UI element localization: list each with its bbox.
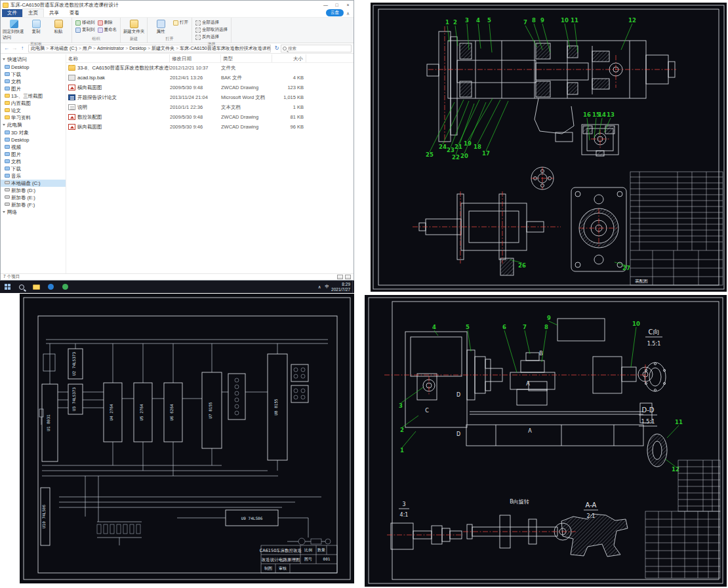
sidebar-item-volume-e[interactable]: 新加卷 (E:) (1, 194, 66, 201)
back-button[interactable]: ← (3, 45, 10, 51)
column-size[interactable]: 大小 (272, 54, 306, 62)
delete-button[interactable]: 删除 (96, 19, 119, 26)
search-button[interactable] (14, 281, 29, 293)
forward-button[interactable]: → (10, 45, 18, 51)
tab-share[interactable]: 共享 (44, 9, 64, 17)
details-view-icon[interactable] (337, 275, 343, 279)
svg-text:13: 13 (607, 111, 615, 118)
tab-home[interactable]: 主页 (22, 9, 44, 17)
qty-label: 数量 (317, 547, 325, 552)
copy-to-icon (75, 28, 81, 33)
sidebar-item-folder[interactable]: 13-、三维截图 (1, 92, 66, 100)
folder-icon (33, 284, 40, 290)
search-input[interactable] (288, 46, 346, 50)
quick-access-header[interactable]: 快速访问 (1, 56, 66, 64)
new-folder-button[interactable]: 新建文件夹 (123, 19, 145, 35)
window-title: 车床-CA6150普通车床改造数控技术改造课程设计 (10, 2, 320, 9)
sidebar-item-desktop[interactable]: Desktop (1, 136, 66, 144)
sidebar-item-pictures[interactable]: 图片 (1, 85, 66, 92)
up-button[interactable]: ↑ (18, 45, 26, 51)
sidebar-item-volume-d[interactable]: 新加卷 (D:) (1, 187, 66, 194)
file-row[interactable]: 开题报告设计论文 2013/11/24 21:04 Microsoft Word… (66, 92, 354, 102)
rename-button[interactable]: 重命名 (96, 26, 119, 33)
select-none-button[interactable]: 全部取消选择 (194, 26, 229, 33)
column-date[interactable]: 修改日期 (170, 54, 221, 62)
open-button[interactable]: 打开 (172, 19, 190, 26)
file-row[interactable]: 横向截面图 2009/5/30 9:48 ZWCAD Drawing 123 K… (66, 83, 354, 92)
cloud-sync-button[interactable]: 云盘 (326, 9, 344, 16)
invert-selection-button[interactable]: 反向选择 (194, 33, 229, 41)
sidebar-item-volume-f[interactable]: 新加卷 (F:) (1, 201, 66, 208)
pin-quick-access-button[interactable]: 固定到快速访问 (3, 19, 25, 41)
browser-taskbar-icon[interactable] (43, 281, 58, 293)
folder-icon (5, 65, 10, 69)
maximize-button[interactable]: □ (331, 1, 342, 9)
paste-button[interactable]: 粘贴 (47, 19, 70, 35)
move-to-button[interactable]: 移动到 (74, 19, 96, 26)
start-button[interactable] (0, 281, 14, 293)
sidebar-item-folder[interactable]: 论文 (1, 107, 66, 114)
feed-shaft-view (419, 167, 554, 275)
refresh-icon[interactable]: ↻ (273, 45, 281, 51)
copy-to-button[interactable]: 复制到 (74, 26, 96, 33)
file-row[interactable]: 纵向截面图 2009/5/30 9:46 ZWCAD Drawing 96 KB (66, 122, 354, 132)
close-button[interactable]: × (342, 1, 354, 9)
file-explorer-taskbar-icon[interactable] (29, 281, 43, 293)
sidebar-item-pictures[interactable]: 图片 (1, 151, 66, 158)
select-all-button[interactable]: 全部选择 (194, 19, 229, 26)
drawing-frame (369, 298, 723, 583)
show-desktop-button[interactable] (352, 281, 354, 293)
folder-icon (5, 79, 10, 83)
column-name[interactable]: 名称 (66, 54, 170, 62)
screenshot-stage: 车床-CA6150普通车床改造数控技术改造课程设计 — □ × 文件 主页 共享… (0, 0, 728, 588)
folder-icon (68, 65, 75, 71)
tray-chevron-icon[interactable]: ∧ (316, 284, 323, 290)
breadcrumb-segment[interactable]: 本地磁盘 (C:) (50, 45, 77, 52)
tab-file[interactable]: 文件 (2, 9, 22, 17)
sidebar-item-folder[interactable]: 学习资料 (1, 114, 66, 121)
breadcrumb[interactable]: 此电脑> 本地磁盘 (C:)> 用户> Administrator> Deskt… (28, 45, 271, 52)
view3-scale: 4:1 (400, 512, 409, 518)
breadcrumb-segment[interactable]: 用户 (83, 45, 92, 52)
sidebar-item-downloads[interactable]: 下载 (1, 165, 66, 172)
ime-indicator[interactable]: 中 (323, 284, 332, 290)
file-row[interactable]: acad.lsp.bak 2012/4/1 13:26 BAK 文件 4 KB (66, 73, 354, 83)
sidebar-item-music[interactable]: 音乐 (1, 172, 66, 180)
sidebar-item-3d-objects[interactable]: 3D 对象 (1, 129, 66, 136)
file-row[interactable]: 33-8、CA6150普通车床改造数控技术改造课程设计 2012/12/21 1… (66, 63, 354, 73)
breadcrumb-segment[interactable]: 此电脑 (31, 45, 45, 52)
this-pc-header[interactable]: 此电脑 (1, 121, 66, 129)
sidebar-item-downloads[interactable]: 下载 (1, 71, 66, 78)
check-label: 审核 (279, 566, 287, 570)
network-header[interactable]: 网络 (1, 208, 66, 216)
breadcrumb-segment[interactable]: Desktop (129, 46, 146, 50)
taskbar-clock[interactable]: 8:29 2021/7/27 (331, 282, 352, 292)
scale-label: 比例 (304, 547, 312, 553)
tab-view[interactable]: 查看 (64, 9, 85, 17)
breadcrumb-segment[interactable]: 新建文件夹 (152, 45, 174, 52)
breadcrumb-segment[interactable]: 车床-CA6150普通车床改造数控技术改造课程设计 (180, 45, 271, 52)
sidebar-item-videos[interactable]: 视频 (1, 144, 66, 151)
drive-icon (5, 188, 10, 191)
sidebar-item-documents[interactable]: 文档 (1, 78, 66, 85)
column-headers: 名称 修改日期 类型 大小 (66, 54, 354, 63)
centerlines (384, 364, 648, 535)
app-taskbar-icon[interactable] (58, 281, 72, 293)
open-icon (173, 20, 178, 26)
breadcrumb-segment[interactable]: Administrator (97, 46, 124, 50)
file-row[interactable]: 说明 2010/1/1 22:36 文本文档 1 KB (66, 102, 354, 112)
sidebar-item-desktop[interactable]: Desktop (1, 64, 66, 71)
column-type[interactable]: 类型 (221, 54, 272, 62)
new-folder-icon (130, 20, 138, 28)
file-row[interactable]: 数控装配图 2009/5/30 9:48 ZWCAD Drawing 81 KB (66, 112, 354, 122)
properties-button[interactable]: 属性 (150, 19, 172, 35)
thumbnail-view-icon[interactable] (345, 275, 351, 279)
drive-icon (5, 195, 10, 199)
copy-button[interactable]: 复制 (25, 19, 47, 35)
minimize-button[interactable]: — (320, 1, 331, 9)
sidebar-item-folder[interactable]: 内置截图 (1, 100, 66, 107)
collapse-ribbon-icon[interactable]: ∧ (346, 11, 350, 16)
sidebar-item-documents[interactable]: 文档 (1, 158, 66, 165)
svg-text:5: 5 (466, 324, 470, 330)
sidebar-item-local-disk-c[interactable]: 本地磁盘 (C:) (1, 180, 66, 187)
